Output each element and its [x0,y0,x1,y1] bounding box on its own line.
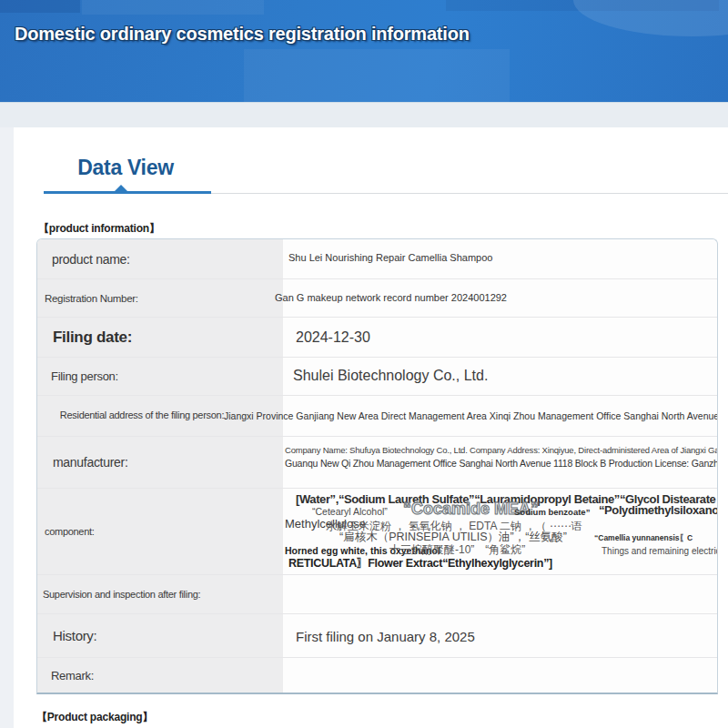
component-things-remaining: Things and remaining electricity: [602,546,718,556]
row-value: Shulei Biotechnology Co., Ltd. [293,368,488,384]
section-product-information: 【product information】 [38,221,160,237]
manufacturer-line-2: Guanqu New Qi Zhou Management Office San… [285,458,709,469]
table-row-residential-address: Residential address of the filing person… [37,395,717,436]
page: Domestic ordinary cosmetics registration… [0,0,728,728]
component-polydimethylsiloxanol: “Polydimethylsiloxanol” [599,503,718,517]
row-label: Remark: [37,658,283,693]
header-decor-shape [0,0,80,13]
section-product-packaging: 【Product packaging】 [36,710,153,725]
table-row-manufacturer: manufacturer: Company Name: Shufuya Biot… [37,436,717,488]
component-value: [Water”,“Sodium Laureth Sulfate”“Laurami… [285,489,718,575]
row-value [283,658,717,693]
table-row-remark: Remark: [37,657,717,693]
table-row-filing-date: Filing date: 2024-12-30 [37,317,717,357]
table-row-registration-number: Registration Number: Gan G makeup networ… [37,278,717,317]
header-band [0,102,728,127]
row-label: Filing person: [37,358,283,395]
manufacturer-line-1: Company Name: Shufuya Biotechnology Co.,… [285,445,709,455]
header-banner: Domestic ordinary cosmetics registration… [0,0,728,102]
tab-active-triangle-icon [114,185,128,192]
component-cetearyl-alcohol: “Cetearyl Alcohol” [312,506,388,517]
row-label: manufacturer: [37,437,283,488]
manufacturer-value: Company Name: Shufuya Biotechnology Co.,… [285,445,709,469]
header-decor-shape [573,0,728,36]
component-line-6: RETICULATA〗Flower Extract“Ethylhexylglyc… [288,556,552,571]
tab-data-view[interactable]: Data View [55,156,197,180]
row-value: Gan G makeup network record number 20240… [275,292,507,303]
table-row-filing-person: Filing person: Shulei Biotechnology Co.,… [37,357,717,395]
row-value: Shu Lei Nourishing Repair Camellia Shamp… [288,252,492,263]
row-value: 2024-12-30 [296,329,370,346]
row-label: Filing date: [37,318,283,357]
table-row-component: component: [Water”,“Sodium Laureth Sulfa… [37,488,717,574]
row-label: History: [37,614,283,657]
row-value: Jiangxi Province Ganjiang New Area Direc… [224,410,718,421]
row-label: Supervision and inspection after filing: [37,575,283,613]
component-sodium-benzoate: Sodium benzoate” [514,507,590,517]
product-info-table: product name: Shu Lei Nourishing Repair … [36,238,718,694]
tab-divider-line [211,193,728,194]
row-label: component: [37,489,283,574]
row-value: First filing on January 8, 2025 [296,629,475,644]
header-decor-shape [82,0,264,15]
row-value [283,575,717,613]
row-label: product name: [37,239,283,278]
header-decor-shape [244,49,510,102]
page-title: Domestic ordinary cosmetics registration… [15,24,470,45]
table-row-product-name: product name: Shu Lei Nourishing Repair … [37,239,717,278]
row-label: Registration Number: [37,279,283,317]
component-camellia: “Camellia yunnanensis〖C [594,533,693,544]
table-row-supervision: Supervision and inspection after filing: [37,574,717,613]
table-row-history: History: First filing on January 8, 2025 [37,613,717,657]
